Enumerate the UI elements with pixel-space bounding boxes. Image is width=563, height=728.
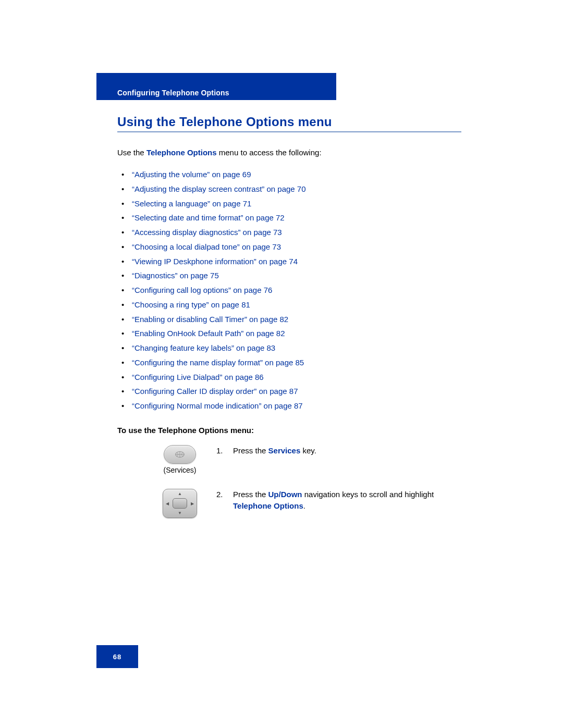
page-number: 68 bbox=[113, 653, 121, 661]
step-text-part: key. bbox=[300, 446, 316, 455]
xref-link[interactable]: “Configuring Live Dialpad” on page 86 bbox=[132, 370, 461, 385]
step-1-text: 1. Press the Services key. bbox=[216, 445, 461, 457]
page-content: Using the Telephone Options menu Use the… bbox=[117, 115, 461, 533]
xref-link[interactable]: “Configuring the name display format” on… bbox=[132, 355, 461, 370]
step-body: Press the Services key. bbox=[233, 445, 316, 457]
xref-link[interactable]: “Adjusting the display screen contrast” … bbox=[132, 182, 461, 196]
globe-icon bbox=[174, 450, 186, 459]
arrow-down-icon: ▼ bbox=[178, 511, 182, 515]
xref-link[interactable]: “Accessing display diagnostics” on page … bbox=[132, 225, 461, 240]
step-text-bold: Services bbox=[268, 446, 301, 455]
step-2-text: 2. Press the Up/Down navigation keys to … bbox=[216, 489, 461, 512]
arrow-up-icon: ▲ bbox=[178, 491, 182, 496]
intro-prefix: Use the bbox=[117, 148, 146, 157]
xref-link[interactable]: “Enabling or disabling Call Timer” on pa… bbox=[132, 312, 461, 327]
step-2-row: ▲ ▼ ◀ ▶ 2. Press the Up/Down navigation … bbox=[117, 489, 461, 518]
step-text-part: Press the bbox=[233, 446, 268, 455]
xref-link[interactable]: “Configuring Normal mode indication” on … bbox=[132, 399, 461, 413]
xref-link[interactable]: “Configuring Caller ID display order” on… bbox=[132, 384, 461, 399]
section-header-text: Configuring Telephone Options bbox=[117, 89, 229, 97]
step-body: Press the Up/Down navigation keys to scr… bbox=[233, 489, 461, 512]
intro-paragraph: Use the Telephone Options menu to access… bbox=[117, 148, 461, 157]
enter-key-icon bbox=[173, 498, 187, 509]
xref-link[interactable]: “Selecting date and time format” on page… bbox=[132, 211, 461, 225]
step-text-bold: Telephone Options bbox=[233, 501, 303, 510]
xref-link[interactable]: “Enabling OnHook Default Path” on page 8… bbox=[132, 326, 461, 341]
page-number-box: 68 bbox=[96, 645, 138, 668]
xref-link[interactable]: “Diagnostics” on page 75 bbox=[132, 268, 461, 283]
step-1-row: (Services) 1. Press the Services key. bbox=[117, 445, 461, 474]
arrow-left-icon: ◀ bbox=[166, 501, 169, 505]
section-header-banner: Configuring Telephone Options bbox=[96, 73, 336, 100]
arrow-right-icon: ▶ bbox=[191, 501, 194, 505]
step-text-part: . bbox=[303, 501, 305, 510]
xref-link[interactable]: “Changing feature key labels” on page 83 bbox=[132, 341, 461, 355]
xref-link[interactable]: “Configuring call log options” on page 7… bbox=[132, 283, 461, 298]
services-key-icon bbox=[164, 445, 196, 464]
document-page: Configuring Telephone Options Using the … bbox=[0, 0, 563, 728]
intro-bold: Telephone Options bbox=[146, 148, 217, 157]
procedure-heading: To use the Telephone Options menu: bbox=[117, 426, 461, 435]
cross-reference-list: “Adjusting the volume” on page 69 “Adjus… bbox=[117, 167, 461, 413]
step-text-bold: Up/Down bbox=[268, 490, 302, 499]
nav-key-illustration: ▲ ▼ ◀ ▶ bbox=[159, 489, 201, 518]
intro-suffix: menu to access the following: bbox=[217, 148, 322, 157]
step-text-part: navigation keys to scroll and highlight bbox=[302, 490, 434, 499]
navigation-key-icon: ▲ ▼ ◀ ▶ bbox=[163, 489, 197, 518]
xref-link[interactable]: “Choosing a local dialpad tone” on page … bbox=[132, 240, 461, 254]
xref-link[interactable]: “Choosing a ring type” on page 81 bbox=[132, 298, 461, 312]
xref-link[interactable]: “Adjusting the volume” on page 69 bbox=[132, 167, 461, 182]
services-key-illustration: (Services) bbox=[159, 445, 201, 474]
xref-link[interactable]: “Selecting a language” on page 71 bbox=[132, 196, 461, 211]
step-number: 1. bbox=[216, 445, 226, 457]
step-text-part: Press the bbox=[233, 490, 268, 499]
page-title: Using the Telephone Options menu bbox=[117, 115, 461, 132]
services-key-label: (Services) bbox=[163, 466, 196, 474]
xref-link[interactable]: “Viewing IP Deskphone information” on pa… bbox=[132, 254, 461, 269]
step-number: 2. bbox=[216, 489, 226, 512]
